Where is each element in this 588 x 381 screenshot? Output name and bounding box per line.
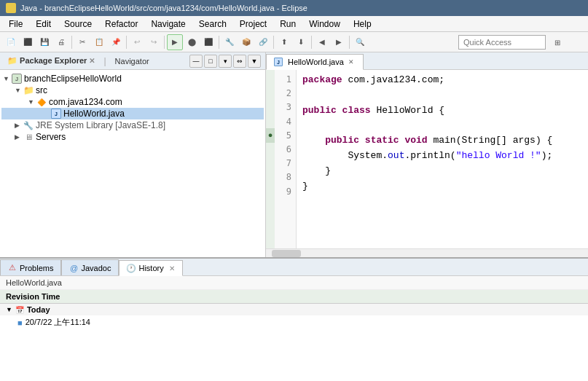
- history-tab-close[interactable]: ✕: [169, 264, 175, 272]
- pe-minimize-btn[interactable]: —: [189, 55, 203, 68]
- history-group-today[interactable]: ▼ 📅 Today: [0, 304, 588, 315]
- linenum-5: 5: [279, 129, 291, 143]
- toolbar-btn-3[interactable]: 💾: [36, 34, 52, 50]
- line-numbers: 1 2 3 4 5 6 7 8 9: [275, 70, 297, 248]
- tree-item-servers[interactable]: ▶ 🖥 Servers: [1, 131, 264, 143]
- menu-file[interactable]: File: [3, 17, 28, 31]
- tree-item-project[interactable]: ▼ J branchEclipseHelloWorld: [1, 73, 264, 85]
- menu-edit[interactable]: Edit: [30, 17, 57, 31]
- history-entry-time: 20/7/22 上午11:14: [26, 317, 90, 328]
- toolbar-btn-14[interactable]: 📦: [238, 34, 254, 50]
- toolbar-btn-20[interactable]: 🔍: [352, 34, 368, 50]
- tree-item-java-file[interactable]: ▶ J HelloWorld.java: [1, 108, 264, 119]
- pe-menu-btn[interactable]: ▼: [248, 55, 261, 68]
- toolbar-btn-13[interactable]: 🔧: [222, 34, 238, 50]
- editor-tab-close[interactable]: ✕: [347, 58, 356, 66]
- menu-run[interactable]: Run: [274, 17, 302, 31]
- javadoc-label: Javadoc: [81, 264, 111, 272]
- problems-label: Problems: [20, 264, 53, 272]
- tab-javadoc[interactable]: @ Javadoc: [61, 259, 119, 275]
- toolbar-btn-18[interactable]: ◀: [314, 34, 330, 50]
- toolbar-btn-6[interactable]: 📋: [91, 34, 107, 50]
- package-expand-arrow: ▼: [28, 98, 35, 106]
- pe-link-btn[interactable]: ⇔: [233, 55, 246, 68]
- tree-item-src[interactable]: ▼ 📁 src: [1, 85, 264, 96]
- toolbar-btn-8[interactable]: ↩: [129, 34, 145, 50]
- toolbar-btn-12[interactable]: ⬛: [200, 34, 216, 50]
- code-editor[interactable]: ● 1 2 3 4 5 6 7 8: [266, 70, 588, 248]
- new-button[interactable]: 📄: [3, 34, 19, 50]
- history-col-header: Revision Time: [0, 290, 588, 304]
- history-icon: 🕐: [127, 264, 136, 272]
- code-line-9: [302, 194, 582, 209]
- src-label: src: [36, 85, 47, 95]
- pe-collapse-btn[interactable]: ▾: [219, 55, 232, 68]
- linenum-8: 8: [279, 170, 291, 184]
- code-line-3: public class HelloWorld {: [302, 103, 582, 119]
- servers-label: Servers: [36, 132, 66, 142]
- quick-access-input[interactable]: [458, 35, 546, 50]
- javadoc-icon: @: [69, 264, 78, 272]
- tab-package-explorer[interactable]: 📁 Package Explorer ✕: [4, 55, 98, 66]
- toolbar-btn-11[interactable]: ⬤: [184, 34, 200, 50]
- toolbar-btn-17[interactable]: ⬇: [293, 34, 309, 50]
- linenum-6: 6: [279, 143, 291, 157]
- menu-search[interactable]: Search: [193, 17, 232, 31]
- tree-item-jre[interactable]: ▶ 🔧 JRE System Library [JavaSE-1.8]: [1, 119, 264, 131]
- perspectives-button[interactable]: ⊞: [549, 34, 566, 50]
- indicator-7: [266, 157, 275, 172]
- menu-help[interactable]: Help: [348, 17, 377, 31]
- toolbar-btn-2[interactable]: ⬛: [20, 34, 36, 50]
- linenum-1: 1: [279, 73, 291, 87]
- history-panel: HelloWorld.java Revision Time ▼ 📅 Today …: [0, 276, 588, 381]
- menu-refactor[interactable]: Refactor: [99, 17, 144, 31]
- linenum-2: 2: [279, 87, 291, 101]
- linenum-9: 9: [279, 185, 291, 199]
- toolbar-btn-7[interactable]: 📌: [108, 34, 124, 50]
- tree-item-package[interactable]: ▼ 🔶 com.java1234.com: [1, 96, 264, 108]
- toolbar-btn-4[interactable]: 🖨: [53, 34, 69, 50]
- indicator-3: [266, 99, 275, 114]
- history-entry-bullet: ■: [17, 318, 23, 327]
- code-line-6: System.out.println("hello World !");: [302, 149, 582, 164]
- sep6: [311, 36, 312, 49]
- toolbar-btn-5[interactable]: ✂: [74, 34, 90, 50]
- main-layout: 📁 Package Explorer ✕ | Navigator — □ ▾ ⇔…: [0, 52, 588, 381]
- jre-expand-arrow: ▶: [15, 122, 22, 129]
- src-expand-arrow: ▼: [15, 87, 22, 94]
- code-line-4: [302, 118, 582, 133]
- hscroll-bar[interactable]: [272, 250, 301, 257]
- toolbar-btn-10[interactable]: ▶: [167, 34, 183, 50]
- servers-expand-arrow: ▶: [15, 133, 22, 141]
- package-icon: 🔶: [36, 97, 47, 107]
- menu-project[interactable]: Project: [234, 17, 273, 31]
- tab-problems[interactable]: ⚠ Problems: [0, 259, 61, 275]
- project-icon: J: [12, 74, 22, 84]
- indicator-4: [266, 114, 275, 128]
- bottom-tab-bar: ⚠ Problems @ Javadoc 🕐 History ✕: [0, 259, 588, 276]
- package-explorer: 📁 Package Explorer ✕ | Navigator — □ ▾ ⇔…: [0, 52, 266, 257]
- bottom-panels: ⚠ Problems @ Javadoc 🕐 History ✕ HelloWo…: [0, 257, 588, 381]
- sep2: [126, 36, 127, 49]
- code-content[interactable]: package com.java1234.com; public class H…: [297, 70, 588, 248]
- editor-hscroll[interactable]: [266, 248, 588, 257]
- history-entry-1[interactable]: ■ 20/7/22 上午11:14: [0, 315, 588, 329]
- project-expand-arrow: ▼: [3, 75, 10, 82]
- menu-source[interactable]: Source: [58, 17, 98, 31]
- toolbar-btn-15[interactable]: 🔗: [255, 34, 271, 50]
- menu-window[interactable]: Window: [303, 17, 346, 31]
- history-filename: HelloWorld.java: [0, 276, 588, 290]
- toolbar-btn-16[interactable]: ⬆: [276, 34, 292, 50]
- indicator-5: ●: [266, 128, 275, 143]
- toolbar-btn-9[interactable]: ↪: [146, 34, 162, 50]
- app-icon: [6, 3, 16, 13]
- pe-close-icon[interactable]: ✕: [89, 57, 95, 65]
- toolbar-btn-19[interactable]: ▶: [331, 34, 347, 50]
- menu-navigate[interactable]: Navigate: [145, 17, 191, 31]
- editor-tab-helloworld[interactable]: J HelloWorld.java ✕: [266, 54, 364, 70]
- indicator-6: [266, 143, 275, 157]
- tab-navigator[interactable]: Navigator: [112, 56, 152, 66]
- pe-maximize-btn[interactable]: □: [204, 55, 217, 68]
- tab-history[interactable]: 🕐 History ✕: [119, 260, 182, 276]
- history-table: Revision Time: [0, 290, 588, 304]
